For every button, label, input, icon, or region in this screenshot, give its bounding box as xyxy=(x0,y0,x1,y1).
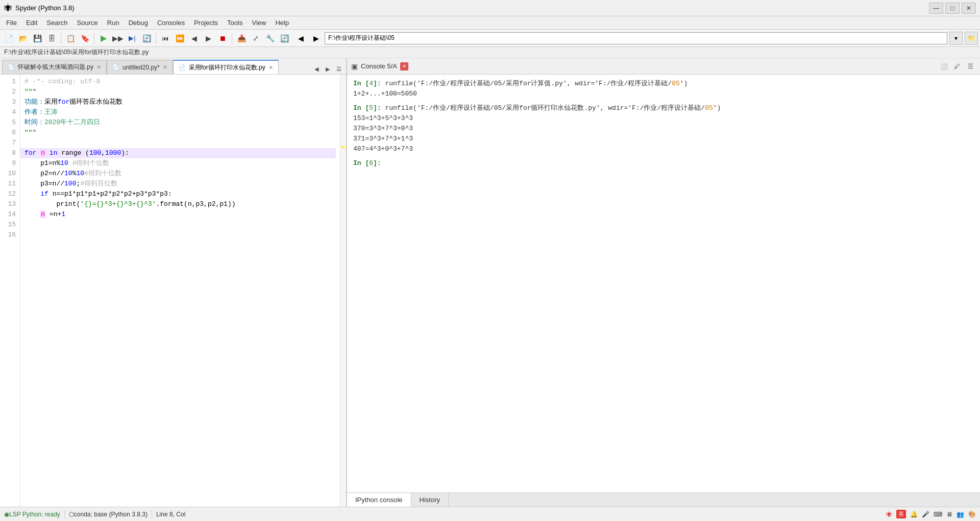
console-maximize-btn[interactable]: ⬜ xyxy=(938,61,949,72)
close-button[interactable]: ✕ xyxy=(962,3,976,14)
tab-next-btn[interactable]: ▶ xyxy=(323,64,333,74)
title-bar-left: 🕷 Spyder (Python 3.8) xyxy=(4,4,75,13)
tab-untitled-icon: 📄 xyxy=(112,64,119,70)
line-numbers: 12345 678910 1112131415 16 xyxy=(0,75,20,507)
toolbar: 📄 📂 💾 🗄 📋 🔖 ▶ ▶▶ ▶| 🔄 ⏮ ⏩ ◀ ▶ ⏹ 📥 ⤢ 🔧 🔄 … xyxy=(0,30,980,47)
console-in-5: In [5]: runfile('F:/作业/程序设计基础/05/采用for循环… xyxy=(353,103,974,113)
status-right: 🕷 英 🔔 🎤 ⌨ 🖥 👥 🎨 xyxy=(886,510,976,518)
preferences-btn[interactable]: 📋 xyxy=(64,32,77,45)
conda-status: ⬡conda: base (Python 3.8.3) xyxy=(69,511,148,518)
menu-search[interactable]: Search xyxy=(42,18,71,28)
code-line-12: if n==p1*p1*p1+p2*p2*p2+p3*p3*p3: xyxy=(24,190,172,198)
tab-huapo-label: 怀破解令狐大侠喝酒问题.py xyxy=(18,63,93,72)
debug-step-out[interactable]: ▶ xyxy=(202,32,215,45)
maximize-button[interactable]: □ xyxy=(945,3,960,14)
filepath-bar: F:\作业\程序设计基础\05\采用for循环打印水仙花数.py xyxy=(0,47,980,58)
tab-shuixian-label: 采用for循环打印水仙花数.py xyxy=(189,63,265,72)
tab-huapo-close[interactable]: ✕ xyxy=(96,64,101,70)
tab-huapo-icon: 📄 xyxy=(8,64,15,70)
console-menu-btn[interactable]: ☰ xyxy=(965,61,976,72)
tab-shuixian[interactable]: 📄 采用for循环打印水仙花数.py ✕ xyxy=(173,60,279,74)
menu-source[interactable]: Source xyxy=(73,18,102,28)
debug-step-prev[interactable]: ⏮ xyxy=(159,32,172,45)
run-btn[interactable]: ▶ xyxy=(97,32,110,45)
code-content[interactable]: # -*- coding: utf-8 """ 功能：采用for循环答应水仙花数… xyxy=(20,75,340,507)
menu-file[interactable]: File xyxy=(2,18,21,28)
path-back-btn[interactable]: ◀ xyxy=(294,32,307,45)
code-editor[interactable]: 12345 678910 1112131415 16 # -*- coding:… xyxy=(0,75,346,507)
console-pane: ▣ Console 5/A ✕ ⬜ 🖊 ☰ In [4]: runfile('F… xyxy=(347,58,980,507)
console-out-5d: 407=4^3+0^3+7^3 xyxy=(353,144,974,154)
run-config-btn[interactable]: ▶▶ xyxy=(111,32,125,45)
path-dropdown-btn[interactable]: ▾ xyxy=(949,32,963,45)
status-icon-users[interactable]: 👥 xyxy=(957,511,964,518)
status-icon-monitor[interactable]: 🖥 xyxy=(946,511,952,518)
code-line-2: """ xyxy=(24,88,36,96)
console-tabs-bar: IPython console History xyxy=(347,492,980,507)
path-browse-btn[interactable]: 📁 xyxy=(965,32,978,45)
status-icon-bell[interactable]: 🔔 xyxy=(910,511,918,518)
tab-menu-btn[interactable]: ☰ xyxy=(334,64,344,74)
editor-pane: 📄 怀破解令狐大侠喝酒问题.py ✕ 📄 untitled20.py* ✕ 📄 … xyxy=(0,58,347,507)
tab-untitled-close[interactable]: ✕ xyxy=(163,64,167,70)
tab-prev-btn[interactable]: ◀ xyxy=(311,64,322,74)
menu-edit[interactable]: Edit xyxy=(22,18,41,28)
debug-stop[interactable]: ⏹ xyxy=(216,32,229,45)
status-icon-theme[interactable]: 🎨 xyxy=(968,511,976,518)
sep1 xyxy=(61,33,61,44)
save-btn[interactable]: 💾 xyxy=(31,32,44,45)
editor-tabs: 📄 怀破解令狐大侠喝酒问题.py ✕ 📄 untitled20.py* ✕ 📄 … xyxy=(0,58,346,75)
tab-huapo[interactable]: 📄 怀破解令狐大侠喝酒问题.py ✕ xyxy=(2,60,107,74)
current-filepath: F:\作业\程序设计基础\05\采用for循环打印水仙花数.py xyxy=(4,48,149,57)
expand-btn[interactable]: ⤢ xyxy=(249,32,262,45)
status-icon-keyboard[interactable]: ⌨ xyxy=(934,511,942,518)
tab-untitled[interactable]: 📄 untitled20.py* ✕ xyxy=(107,60,173,74)
tab-shuixian-close[interactable]: ✕ xyxy=(268,65,273,70)
minimize-button[interactable]: — xyxy=(929,3,943,14)
menu-view[interactable]: View xyxy=(248,18,270,28)
settings-btn[interactable]: 🔧 xyxy=(263,32,277,45)
debug-btn[interactable]: ▶| xyxy=(126,32,139,45)
tab-untitled-label: untitled20.py* xyxy=(122,64,160,71)
scroll-marker xyxy=(341,146,345,148)
tab-nav: ◀ ▶ ☰ xyxy=(311,64,344,74)
refresh-btn[interactable]: 🔄 xyxy=(278,32,291,45)
console-header: ▣ Console 5/A ✕ ⬜ 🖊 ☰ xyxy=(347,58,980,75)
console-tab-ipython[interactable]: IPython console xyxy=(347,493,411,507)
debug-step-into[interactable]: ◀ xyxy=(187,32,201,45)
tab-shuixian-icon: 📄 xyxy=(179,64,186,71)
title-bar-controls: — □ ✕ xyxy=(929,3,976,14)
menu-projects[interactable]: Projects xyxy=(190,18,222,28)
menu-consoles[interactable]: Consoles xyxy=(153,18,189,28)
new-file-btn[interactable]: 📄 xyxy=(2,32,15,45)
title-bar: 🕷 Spyder (Python 3.8) — □ ✕ xyxy=(0,0,980,16)
sep2 xyxy=(94,33,94,44)
console-tab-history[interactable]: History xyxy=(411,493,449,507)
sep4 xyxy=(232,33,232,44)
save-all-btn[interactable]: 🗄 xyxy=(45,32,58,45)
code-line-8: for n in range (100,1000): xyxy=(20,148,336,158)
re-run-btn[interactable]: 🔄 xyxy=(140,32,153,45)
code-line-10: p2=n//10%10#得到十位数 xyxy=(24,170,121,177)
console-title-area: ▣ Console 5/A ✕ xyxy=(351,62,408,70)
bookmark-btn[interactable]: 🔖 xyxy=(78,32,91,45)
console-close-btn[interactable]: ✕ xyxy=(400,62,408,70)
console-block-4: In [4]: runfile('F:/作业/程序设计基础/05/采用for计算… xyxy=(353,79,974,99)
path-forward-btn[interactable]: ▶ xyxy=(309,32,323,45)
code-line-13: print('{}={}^3+{}^3+{}^3'.format(n,p3,p2… xyxy=(24,200,236,208)
menu-run[interactable]: Run xyxy=(103,18,124,28)
console-out-5a: 153=1^3+5^3+3^3 xyxy=(353,113,974,124)
path-input[interactable]: F:\作业\程序设计基础\05 xyxy=(325,32,947,44)
find-btn[interactable]: 📥 xyxy=(235,32,248,45)
console-content[interactable]: In [4]: runfile('F:/作业/程序设计基础/05/采用for计算… xyxy=(347,75,980,492)
code-line-14: n =n+1 xyxy=(24,210,65,218)
console-undock-btn[interactable]: 🖊 xyxy=(951,61,963,72)
menu-debug[interactable]: Debug xyxy=(125,18,152,28)
console-in-6: In [6]: xyxy=(353,158,974,169)
open-file-btn[interactable]: 📂 xyxy=(16,32,30,45)
menu-help[interactable]: Help xyxy=(271,18,293,28)
menu-tools[interactable]: Tools xyxy=(223,18,247,28)
debug-step-next[interactable]: ⏩ xyxy=(173,32,186,45)
status-icon-mic[interactable]: 🎤 xyxy=(922,511,929,518)
code-line-3: 功能：采用for循环答应水仙花数 xyxy=(24,98,122,106)
